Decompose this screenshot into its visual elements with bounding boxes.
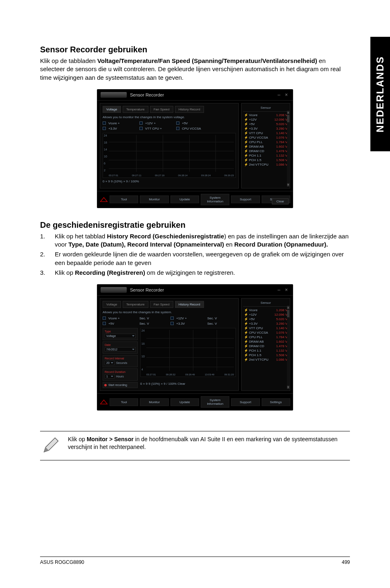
lightning-icon: ⚡ <box>244 353 248 357</box>
tab-history-record[interactable]: History Record <box>175 106 204 113</box>
titlebar: Sensor Recorder – × <box>97 90 293 101</box>
sensor-name: +12V + <box>176 316 205 320</box>
chart-yaxis: 24 18 14 10 6 2 <box>104 134 109 172</box>
lightning-icon: ⚡ <box>244 140 248 144</box>
list-item: 2. Er worden gekleurde lijnen die de waa… <box>40 250 350 267</box>
sensor-checkbox[interactable] <box>103 121 106 125</box>
tab-temperature[interactable]: Temperature <box>123 106 148 113</box>
record-icon <box>104 384 107 386</box>
list-item: ⚡DRAM CD1.478 V <box>243 344 288 348</box>
scroll-thumb[interactable] <box>287 310 289 317</box>
lightning-icon: ⚡ <box>244 349 248 352</box>
sensor-list: ⚡Vcore1.208 V ⚡+12V12.096 V ⚡+5V5.020 V … <box>243 308 288 362</box>
lightning-icon: ⚡ <box>244 358 248 361</box>
duration-label: Record Duration <box>105 370 136 373</box>
scroll-up-icon[interactable]: ▲ <box>287 306 289 309</box>
page-footer: ASUS ROGCG8890 499 <box>40 557 350 565</box>
lightning-icon: ⚡ <box>244 131 248 135</box>
pencil-icon <box>42 435 61 456</box>
sensor-checkbox[interactable] <box>170 316 174 320</box>
asus-logo-icon <box>100 399 108 405</box>
realtime-chart: 24 18 14 10 6 2 <box>103 133 236 178</box>
sensor-unit: Sec. V <box>207 316 236 320</box>
tab-fan-speed[interactable]: Fan Speed <box>150 301 173 308</box>
tab-history-record[interactable]: History Record <box>175 301 204 308</box>
interval-label: Record Interval <box>105 357 136 360</box>
type-select[interactable]: Voltage <box>105 334 136 338</box>
sensor-checkbox[interactable] <box>139 121 143 125</box>
sensor-checkbox[interactable] <box>139 127 143 130</box>
side-panel-header: Sensor <box>243 300 288 307</box>
footer-sysinfo-button[interactable]: System Information <box>201 396 229 408</box>
footer-monitor-button[interactable]: Monitor <box>140 195 168 203</box>
asus-logo-icon <box>100 197 108 202</box>
scroll-down-icon[interactable]: ▼ <box>287 386 289 389</box>
tab-description: Allows you to monitor the changes in the… <box>103 115 236 119</box>
list-item: ⚡Vcore1.208 V <box>243 308 288 312</box>
list-item: ⚡Vcore1.208 V <box>243 113 288 117</box>
footer-sysinfo-button[interactable]: System Information <box>201 194 229 205</box>
footer-tool-button[interactable]: Tool <box>110 398 138 406</box>
list-item: ⚡VTT CPU1.140 V <box>243 131 288 135</box>
minimize-button[interactable]: – <box>278 92 282 98</box>
list-item: 3. Klik op Recording (Registreren) om de… <box>40 269 350 277</box>
note-callout: Klik op Monitor > Sensor in de hoofdmenu… <box>40 431 350 460</box>
clear-button[interactable]: Clear <box>272 198 289 204</box>
close-button[interactable]: × <box>285 287 289 293</box>
sensor-name: +5V <box>108 322 137 325</box>
app-title: Sensor Recorder <box>130 287 164 292</box>
section2-list: 1. Klik op het tabblad History Record (G… <box>40 232 350 277</box>
sensor-checkbox[interactable] <box>176 127 179 130</box>
section1-paragraph: Klik op de tabbladen Voltage/Temperature… <box>40 57 350 82</box>
scrollbar[interactable]: ▲ ▼ <box>287 306 289 389</box>
list-item: ⚡+5V5.020 V <box>243 317 288 321</box>
sensor-checkbox[interactable] <box>103 316 106 320</box>
tab-voltage[interactable]: Voltage <box>103 301 121 308</box>
sensor-checkbox[interactable] <box>103 322 106 325</box>
rog-badge <box>101 287 127 293</box>
list-item: ⚡2nd VTTCPU1.086 V <box>243 162 288 167</box>
lightning-icon: ⚡ <box>244 340 248 343</box>
footer-support-button[interactable]: Support <box>231 195 260 203</box>
list-item: ⚡PCH 1.11.132 V <box>243 153 288 158</box>
section2-heading: De geschiedenisregistratie gebruiken <box>40 220 350 230</box>
list-item: ⚡DRAM AB1.602 V <box>243 144 288 149</box>
side-language-tab: NEDERLANDS <box>370 37 390 151</box>
start-recording-button[interactable]: Start recording <box>103 382 138 388</box>
list-item: ⚡+12V12.096 V <box>243 312 288 317</box>
list-item: ⚡PCH 1.11.132 V <box>243 348 288 353</box>
tabs-row: Voltage Temperature Fan Speed History Re… <box>103 106 236 113</box>
app-footer: Tool Monitor Update System Information S… <box>97 393 293 410</box>
interval-value[interactable]: 20 <box>105 361 114 365</box>
duration-value[interactable]: 1 <box>105 374 114 379</box>
duration-control: Record Duration 1 Hours <box>103 368 138 381</box>
tab-fan-speed[interactable]: Fan Speed <box>150 106 173 113</box>
footer-update-button[interactable]: Update <box>170 195 199 203</box>
footer-tool-button[interactable]: Tool <box>110 195 138 203</box>
tab-temperature[interactable]: Temperature <box>123 301 148 308</box>
footer-update-button[interactable]: Update <box>170 398 199 406</box>
sensor-checkbox[interactable] <box>170 322 174 325</box>
sensor-checkbox[interactable] <box>103 127 106 130</box>
minimize-button[interactable]: – <box>278 287 282 293</box>
scrollbar[interactable]: ▲ ▼ <box>287 111 289 186</box>
date-label: Date <box>105 343 136 346</box>
footer-model: ASUS ROGCG8890 <box>40 559 84 565</box>
interval-control: Record Interval 20 Seconds <box>103 355 138 367</box>
footer-monitor-button[interactable]: Monitor <box>140 398 168 406</box>
sensor-checkbox[interactable] <box>176 121 179 125</box>
date-select[interactable]: 7/6/2012 <box>105 347 136 352</box>
footer-support-button[interactable]: Support <box>231 398 260 406</box>
close-button[interactable]: × <box>285 92 289 98</box>
tabs-row: Voltage Temperature Fan Speed History Re… <box>103 301 236 308</box>
list-item: ⚡VTT CPU1.140 V <box>243 326 288 330</box>
tab-voltage[interactable]: Voltage <box>103 106 121 113</box>
scroll-down-icon[interactable]: ▼ <box>287 183 289 186</box>
chart-scale-legend: 0 × 9 9 (10%) × 9 / 100% Clear <box>140 382 236 386</box>
scroll-up-icon[interactable]: ▲ <box>287 111 289 114</box>
lightning-icon: ⚡ <box>244 322 248 325</box>
interval-unit: Seconds <box>116 361 127 364</box>
chart-xaxis: 03:27:01 09:27:11 09:27:19 09:28:14 09:2… <box>109 174 234 177</box>
scroll-thumb[interactable] <box>287 115 289 122</box>
footer-settings-button[interactable]: Settings <box>262 398 290 406</box>
